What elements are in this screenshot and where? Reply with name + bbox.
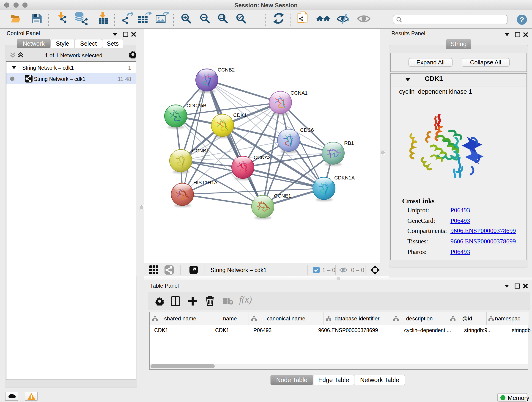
svg-text:CDK1: CDK1 [233, 112, 247, 118]
svg-text:CDC6: CDC6 [300, 127, 314, 133]
svg-text:CDKN1A: CDKN1A [334, 175, 355, 181]
svg-text:HIST1H1A: HIST1H1A [193, 180, 217, 185]
svg-text:RB1: RB1 [344, 140, 354, 146]
svg-text:CCNB1: CCNB1 [192, 148, 209, 153]
svg-text:CCNA1: CCNA1 [291, 90, 308, 96]
svg-text:CCNE1: CCNE1 [274, 193, 291, 199]
svg-text:CCNB2: CCNB2 [218, 67, 235, 73]
svg-text:CCNA2: CCNA2 [254, 154, 271, 160]
svg-text:CDC25B: CDC25B [186, 103, 206, 108]
